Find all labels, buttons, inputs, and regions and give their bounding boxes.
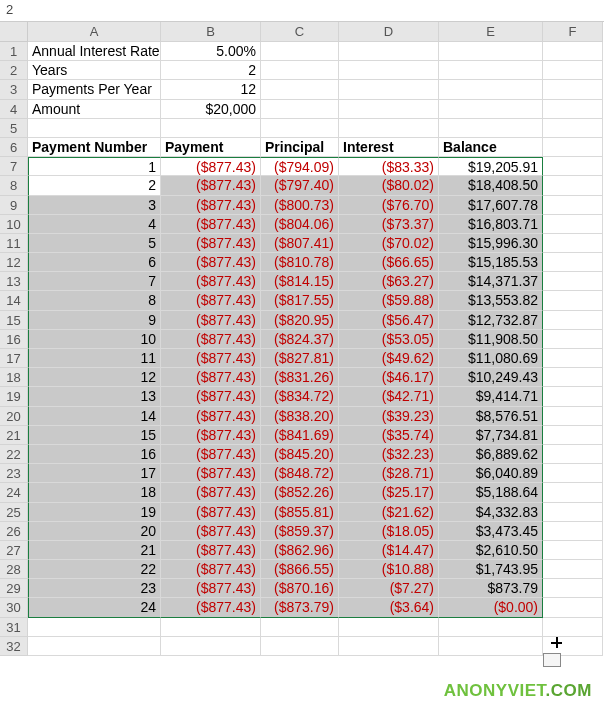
cell-b1[interactable]: 5.00% xyxy=(161,42,261,61)
row-header[interactable]: 25 xyxy=(0,503,28,522)
row-header[interactable]: 2 xyxy=(0,61,28,80)
payment-number-cell[interactable]: 14 xyxy=(28,407,161,426)
cell[interactable] xyxy=(339,637,439,656)
principal-cell[interactable]: ($873.79) xyxy=(261,598,339,617)
payment-cell[interactable]: ($877.43) xyxy=(161,407,261,426)
cell[interactable] xyxy=(339,42,439,61)
row-header[interactable]: 22 xyxy=(0,445,28,464)
cell[interactable] xyxy=(543,119,603,138)
row-header[interactable]: 9 xyxy=(0,196,28,215)
payment-number-cell[interactable]: 24 xyxy=(28,598,161,617)
cell-a4[interactable]: Amount xyxy=(28,100,161,119)
payment-number-cell[interactable]: 18 xyxy=(28,483,161,502)
cell[interactable] xyxy=(439,61,543,80)
balance-cell[interactable]: $14,371.37 xyxy=(439,272,543,291)
row-header[interactable]: 23 xyxy=(0,464,28,483)
payment-number-cell[interactable]: 6 xyxy=(28,253,161,272)
row-header[interactable]: 31 xyxy=(0,618,28,637)
payment-number-cell[interactable]: 5 xyxy=(28,234,161,253)
payment-number-cell[interactable]: 2 xyxy=(28,176,161,195)
payment-cell[interactable]: ($877.43) xyxy=(161,330,261,349)
payment-number-cell[interactable]: 17 xyxy=(28,464,161,483)
balance-cell[interactable]: $16,803.71 xyxy=(439,215,543,234)
row-header[interactable]: 1 xyxy=(0,42,28,61)
interest-cell[interactable]: ($42.71) xyxy=(339,387,439,406)
interest-cell[interactable]: ($7.27) xyxy=(339,579,439,598)
cell[interactable] xyxy=(543,445,603,464)
cell-b4[interactable]: $20,000 xyxy=(161,100,261,119)
payment-cell[interactable]: ($877.43) xyxy=(161,426,261,445)
row-header[interactable]: 30 xyxy=(0,598,28,617)
cell[interactable] xyxy=(261,637,339,656)
cell[interactable] xyxy=(439,100,543,119)
principal-cell[interactable]: ($841.69) xyxy=(261,426,339,445)
principal-cell[interactable]: ($831.26) xyxy=(261,368,339,387)
header-payment-number[interactable]: Payment Number xyxy=(28,138,161,157)
interest-cell[interactable]: ($35.74) xyxy=(339,426,439,445)
row-header[interactable]: 32 xyxy=(0,637,28,656)
cell[interactable] xyxy=(439,618,543,637)
row-header[interactable]: 19 xyxy=(0,387,28,406)
payment-cell[interactable]: ($877.43) xyxy=(161,579,261,598)
balance-cell[interactable]: $2,610.50 xyxy=(439,541,543,560)
principal-cell[interactable]: ($838.20) xyxy=(261,407,339,426)
row-header[interactable]: 20 xyxy=(0,407,28,426)
payment-number-cell[interactable]: 12 xyxy=(28,368,161,387)
row-header[interactable]: 16 xyxy=(0,330,28,349)
principal-cell[interactable]: ($848.72) xyxy=(261,464,339,483)
cell[interactable] xyxy=(439,80,543,99)
principal-cell[interactable]: ($804.06) xyxy=(261,215,339,234)
cell[interactable] xyxy=(339,119,439,138)
col-header-d[interactable]: D xyxy=(339,22,439,42)
header-principal[interactable]: Principal xyxy=(261,138,339,157)
balance-cell[interactable]: $5,188.64 xyxy=(439,483,543,502)
cell[interactable] xyxy=(439,119,543,138)
payment-number-cell[interactable]: 11 xyxy=(28,349,161,368)
cell[interactable] xyxy=(543,330,603,349)
principal-cell[interactable]: ($800.73) xyxy=(261,196,339,215)
payment-number-cell[interactable]: 20 xyxy=(28,522,161,541)
row-header[interactable]: 24 xyxy=(0,483,28,502)
row-header[interactable]: 28 xyxy=(0,560,28,579)
cell[interactable] xyxy=(543,503,603,522)
row-header[interactable]: 8 xyxy=(0,176,28,195)
cell[interactable] xyxy=(543,464,603,483)
cell[interactable] xyxy=(543,272,603,291)
cell[interactable] xyxy=(543,138,603,157)
balance-cell[interactable]: $4,332.83 xyxy=(439,503,543,522)
payment-cell[interactable]: ($877.43) xyxy=(161,522,261,541)
interest-cell[interactable]: ($49.62) xyxy=(339,349,439,368)
cell[interactable] xyxy=(28,119,161,138)
row-header[interactable]: 26 xyxy=(0,522,28,541)
interest-cell[interactable]: ($21.62) xyxy=(339,503,439,522)
cell[interactable] xyxy=(261,42,339,61)
principal-cell[interactable]: ($797.40) xyxy=(261,176,339,195)
payment-number-cell[interactable]: 3 xyxy=(28,196,161,215)
payment-cell[interactable]: ($877.43) xyxy=(161,368,261,387)
payment-number-cell[interactable]: 10 xyxy=(28,330,161,349)
balance-cell[interactable]: $11,908.50 xyxy=(439,330,543,349)
cell[interactable] xyxy=(543,407,603,426)
cell[interactable] xyxy=(261,61,339,80)
principal-cell[interactable]: ($862.96) xyxy=(261,541,339,560)
payment-cell[interactable]: ($877.43) xyxy=(161,349,261,368)
interest-cell[interactable]: ($18.05) xyxy=(339,522,439,541)
cell[interactable] xyxy=(161,618,261,637)
row-header[interactable]: 17 xyxy=(0,349,28,368)
cell[interactable] xyxy=(439,42,543,61)
payment-cell[interactable]: ($877.43) xyxy=(161,215,261,234)
select-all-corner[interactable] xyxy=(0,22,28,42)
header-balance[interactable]: Balance xyxy=(439,138,543,157)
row-header[interactable]: 4 xyxy=(0,100,28,119)
payment-cell[interactable]: ($877.43) xyxy=(161,560,261,579)
payment-number-cell[interactable]: 16 xyxy=(28,445,161,464)
interest-cell[interactable]: ($28.71) xyxy=(339,464,439,483)
cell[interactable] xyxy=(543,426,603,445)
cell[interactable] xyxy=(543,311,603,330)
cell[interactable] xyxy=(261,80,339,99)
payment-cell[interactable]: ($877.43) xyxy=(161,387,261,406)
row-header[interactable]: 7 xyxy=(0,157,28,176)
payment-cell[interactable]: ($877.43) xyxy=(161,598,261,617)
cell[interactable] xyxy=(543,618,603,637)
payment-cell[interactable]: ($877.43) xyxy=(161,234,261,253)
